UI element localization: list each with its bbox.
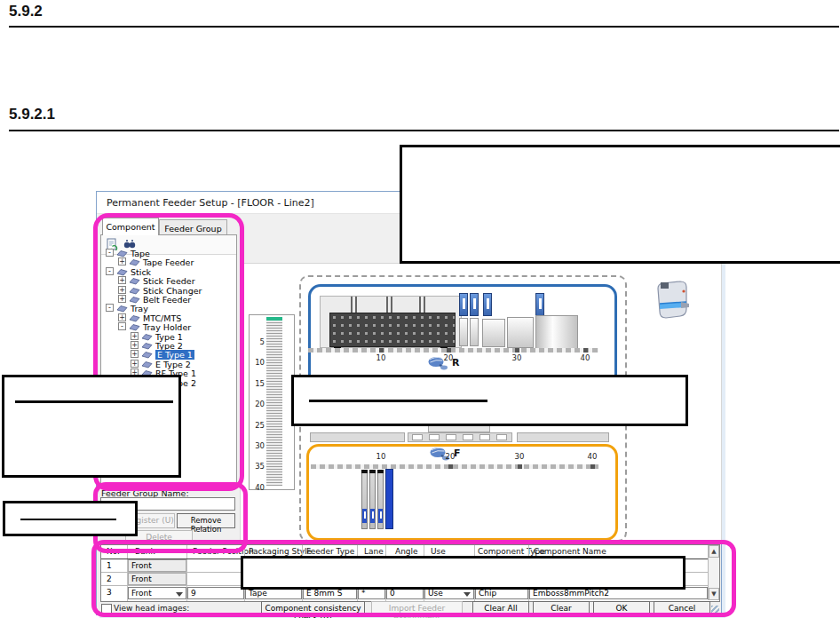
conveyor-tab	[446, 434, 456, 440]
tray-matrix-graphic	[329, 313, 456, 347]
redacted-text-line	[309, 400, 487, 402]
tray-prong	[424, 297, 425, 313]
front-bank-outline	[306, 444, 618, 541]
front-slot-number: 30	[510, 452, 529, 461]
tray-prong	[419, 297, 421, 313]
rear-feeder-graphic	[483, 293, 492, 316]
rear-feeder-graphic	[535, 293, 544, 316]
front-slot-number: 10	[371, 452, 391, 461]
redacted-text-line	[20, 519, 116, 520]
redacted-text-line	[15, 400, 173, 403]
rear-slot-number: 30	[507, 353, 527, 362]
front-feeder-graphic[interactable]	[377, 472, 384, 529]
conveyor-bar-right	[517, 432, 609, 442]
machine-icon	[654, 280, 692, 321]
ruler-tick: 25	[251, 421, 265, 430]
conveyor-tab	[479, 434, 490, 440]
feeder-count-ruler: 5 10 15 20 25 30 35 40	[249, 314, 295, 490]
hand-icon-rear	[427, 356, 448, 372]
heading-rule	[9, 130, 839, 131]
callout-box-table-note	[241, 556, 685, 590]
rear-unit-graphic	[459, 318, 468, 346]
conveyor-tab	[429, 434, 440, 440]
conveyor-tab	[412, 434, 423, 440]
slot-marker	[590, 464, 595, 469]
ruler-tick: 40	[251, 483, 265, 492]
section-heading-5-9-2-1: 5.9.2.1	[9, 106, 55, 123]
slot-marker	[518, 464, 522, 469]
dialog-title: Permanent Feeder Setup - [FLOOR - Line2]	[107, 197, 314, 209]
ruler-tick: 10	[251, 358, 265, 367]
front-feeder-graphic[interactable]	[361, 472, 368, 529]
section-heading-5-9-2: 5.9.2	[9, 3, 43, 20]
tray-prong	[391, 297, 392, 313]
conveyor-bar-left	[310, 432, 405, 442]
document-page: 5.9.2 5.9.2.1 Permanent Feeder Setup - […	[0, 0, 840, 618]
tray-prong	[355, 297, 357, 313]
ruler-tick: 35	[251, 462, 265, 471]
ruler-tick: 20	[251, 400, 265, 408]
heading-rule	[9, 26, 839, 28]
front-feeder-graphic[interactable]	[369, 472, 376, 529]
front-slot-number: 40	[582, 452, 602, 461]
tray-prong	[386, 297, 388, 313]
ruler-tick: 30	[251, 441, 265, 450]
conveyor-tab	[496, 434, 507, 440]
slot-marker	[448, 464, 453, 469]
ruler-tick: 15	[251, 379, 265, 388]
callout-box-machine-note	[400, 145, 840, 264]
slot-marker	[379, 348, 384, 353]
rear-bank-label: R	[452, 357, 459, 368]
front-slot-number: 20	[440, 452, 460, 461]
rear-unit-graphic	[470, 318, 479, 346]
tray-prong	[351, 297, 353, 313]
callout-box-group-note	[3, 501, 138, 536]
rear-slot-strip[interactable]	[308, 348, 598, 353]
conveyor-tab	[463, 434, 473, 440]
slot-marker	[515, 348, 519, 353]
callout-box-tree-note	[2, 375, 181, 478]
rear-feeder-graphic	[459, 293, 468, 316]
ruler-tick: 5	[251, 337, 265, 346]
slot-marker	[583, 348, 588, 353]
callout-box-bank-note	[291, 375, 688, 426]
rear-slot-number: 40	[575, 353, 595, 362]
front-feeder-selected-graphic[interactable]	[385, 469, 393, 529]
rear-unit-cylinder-graphic	[535, 315, 578, 349]
rear-feeder-graphic	[470, 293, 479, 316]
rear-unit-graphic	[507, 317, 534, 348]
front-slot-strip[interactable]	[311, 464, 598, 469]
slot-marker	[447, 348, 451, 353]
ruler-stripes	[266, 317, 282, 486]
rear-unit-graphic	[482, 319, 505, 347]
rear-slot-number: 10	[371, 353, 391, 362]
ruler-green-cap	[266, 317, 282, 321]
